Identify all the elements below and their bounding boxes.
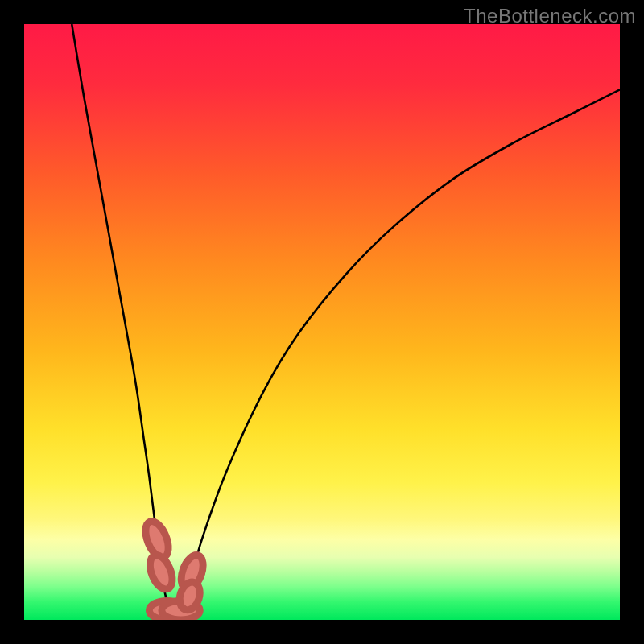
chart-plot-area xyxy=(24,24,620,620)
watermark-text: TheBottleneck.com xyxy=(464,5,636,27)
app-root: TheBottleneck.com xyxy=(0,0,644,644)
bottleneck-markers xyxy=(141,518,207,620)
chart-svg-layer xyxy=(24,24,620,620)
bottleneck-marker xyxy=(146,552,177,592)
